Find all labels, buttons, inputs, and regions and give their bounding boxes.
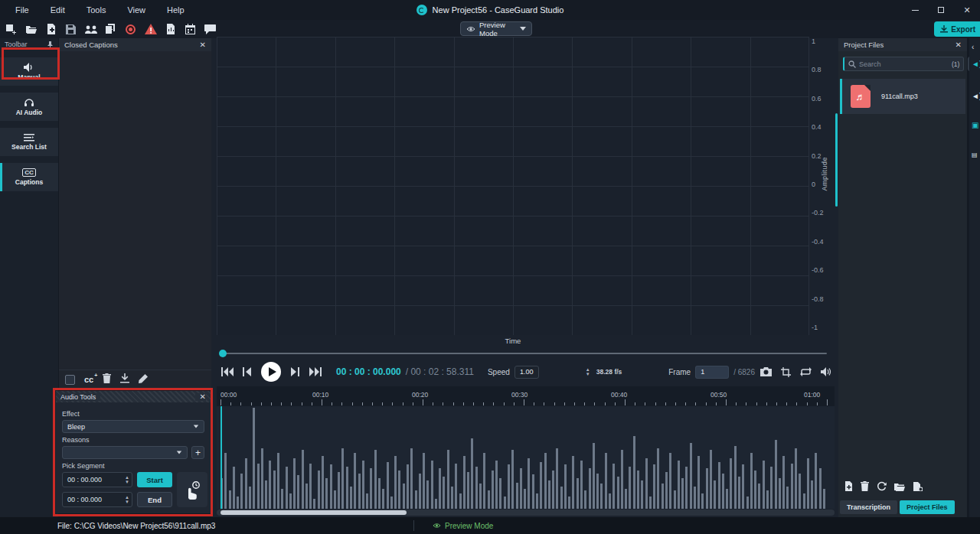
sidebar-item-search-list[interactable]: Search List [0, 128, 58, 156]
play-button[interactable] [261, 362, 281, 382]
export-button[interactable]: Export [934, 21, 980, 37]
collapse-chevron-icon[interactable]: ‹ [972, 43, 974, 51]
add-file-button[interactable] [844, 480, 853, 494]
select-all-checkbox[interactable] [65, 375, 75, 385]
edit-caption-button[interactable] [139, 373, 148, 386]
new-project-button[interactable] [5, 23, 18, 36]
captions-tool-icon[interactable]: ▣ [972, 121, 978, 129]
file-search-box[interactable]: (1) [843, 57, 964, 71]
preview-mode-dropdown[interactable]: Preview Mode [460, 21, 532, 36]
open-folder-button[interactable] [894, 480, 905, 494]
waveform [220, 406, 827, 509]
segment-end-input[interactable]: 00 : 00.000 ▲▼ [62, 492, 132, 507]
speed-stepper[interactable]: ▲▼ [586, 368, 590, 376]
skip-to-end-button[interactable] [305, 362, 325, 382]
timeline-scrollbar[interactable] [217, 510, 835, 516]
audio-tool-icon[interactable]: ◄)) [972, 60, 980, 68]
pick-segment-button[interactable] [177, 472, 207, 507]
list-tool-icon[interactable]: ▤ [972, 151, 978, 158]
duplicate-button[interactable] [104, 23, 117, 36]
close-icon[interactable]: ✕ [195, 393, 206, 401]
loop-button[interactable] [798, 363, 815, 380]
volume-button[interactable] [818, 363, 835, 380]
save-button[interactable] [64, 23, 77, 36]
calendar-button[interactable] [184, 23, 197, 36]
menu-edit[interactable]: Edit [41, 3, 74, 17]
pin-icon[interactable] [47, 41, 54, 48]
waveform-bar [657, 448, 659, 509]
segment-end-button[interactable]: End [137, 492, 172, 507]
sidebar-item-manual[interactable]: Manual [0, 57, 58, 86]
segment-start-input[interactable]: 00 : 00.000 ▲▼ [62, 472, 132, 487]
menu-tools[interactable]: Tools [77, 3, 116, 17]
add-file-button[interactable] [44, 23, 57, 36]
ruler-tick [392, 402, 393, 405]
waveform-bar [742, 464, 744, 509]
minimize-button[interactable] [902, 0, 928, 20]
maximize-button[interactable] [928, 0, 954, 20]
close-icon[interactable]: ✕ [956, 41, 962, 49]
seek-track[interactable] [220, 353, 827, 354]
announce-tool-icon[interactable]: ◄) [972, 92, 980, 100]
waveform-bar [738, 477, 740, 509]
playhead[interactable] [220, 406, 222, 509]
add-reason-button[interactable]: + [191, 446, 204, 459]
start-time-stepper[interactable]: ▲▼ [125, 476, 129, 484]
close-button[interactable]: ✕ [954, 0, 980, 20]
delete-caption-button[interactable] [103, 373, 111, 386]
timeline-ruler[interactable]: 00:0000:1000:2000:3000:4000:5001:00 [217, 386, 835, 406]
tab-project-files[interactable]: Project Files [900, 500, 955, 514]
waveform-bar [701, 493, 704, 509]
menu-view[interactable]: View [118, 3, 155, 17]
timeline-scrollbar-thumb[interactable] [220, 510, 407, 515]
file-list-item[interactable]: ♬ 911call.mp3 [840, 79, 965, 114]
y-tick: -0.6 [812, 267, 824, 274]
record-button[interactable] [124, 23, 137, 36]
frame-input[interactable] [695, 366, 729, 379]
report-button[interactable] [164, 23, 177, 36]
amplitude-plot[interactable] [217, 37, 809, 335]
open-project-button[interactable] [24, 23, 38, 36]
menu-help[interactable]: Help [158, 3, 194, 17]
hand-click-icon [183, 480, 201, 500]
timeline-waveform-area[interactable] [217, 406, 835, 509]
ruler-tick [685, 402, 686, 405]
previous-frame-button[interactable] [237, 362, 256, 382]
add-caption-button[interactable]: cc+ [84, 375, 93, 384]
main-toolbar: Preview Mode Export [0, 20, 980, 38]
delete-file-button[interactable] [861, 480, 869, 494]
next-frame-button[interactable] [286, 362, 305, 382]
snapshot-button[interactable] [758, 363, 775, 380]
crop-button[interactable] [778, 363, 795, 380]
tab-transcription[interactable]: Transcription [840, 500, 897, 514]
download-captions-button[interactable] [120, 373, 129, 386]
sidebar-item-ai-audio[interactable]: AI Audio [0, 93, 58, 121]
search-input[interactable] [859, 60, 949, 68]
chart-vertical-scrollbar[interactable] [835, 113, 838, 207]
export-file-button[interactable] [913, 480, 923, 494]
waveform-bar [560, 487, 563, 509]
waveform-bar [382, 489, 384, 509]
ruler-tick [413, 402, 413, 405]
seek-thumb[interactable] [219, 350, 227, 357]
skip-to-start-button[interactable] [217, 362, 237, 382]
speed-input[interactable] [514, 366, 539, 379]
reasons-dropdown[interactable] [62, 446, 188, 459]
end-time-stepper[interactable]: ▲▼ [125, 496, 129, 504]
refresh-files-button[interactable] [877, 480, 887, 494]
ruler-tick [534, 402, 534, 405]
waveform-bar [297, 475, 299, 509]
waveform-bar [269, 461, 271, 509]
close-icon[interactable]: ✕ [200, 41, 206, 49]
segment-start-button[interactable]: Start [137, 472, 172, 487]
waveform-bar [407, 464, 409, 509]
waveform-bar [637, 471, 639, 509]
menu-file[interactable]: File [6, 3, 38, 17]
collaboration-button[interactable] [84, 23, 97, 36]
effect-dropdown[interactable]: Bleep [62, 420, 204, 433]
search-list-icon [24, 133, 34, 142]
alerts-button[interactable] [144, 23, 157, 36]
seek-slider[interactable] [220, 351, 827, 356]
comments-button[interactable] [204, 23, 217, 36]
sidebar-item-captions[interactable]: CC Captions [0, 163, 58, 191]
